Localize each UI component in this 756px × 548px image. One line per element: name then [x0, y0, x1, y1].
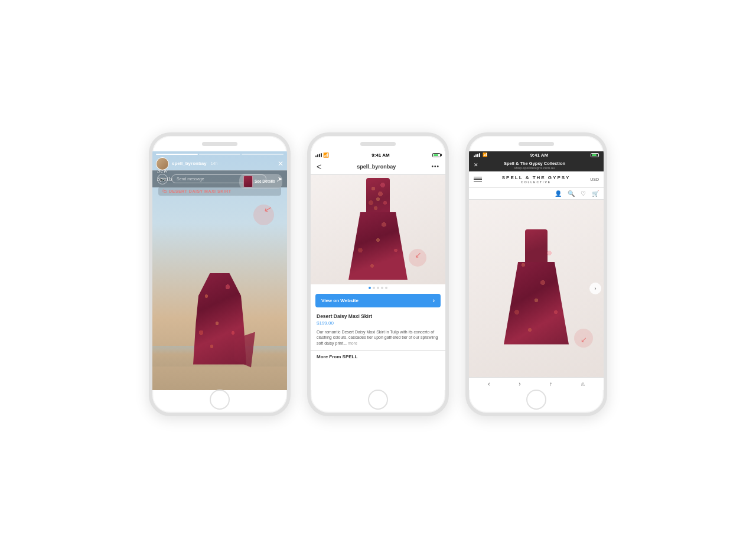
story-user-row: spell_byronbay 14h ✕	[152, 157, 287, 170]
product-description: Our romantic Desert Daisy Maxi Skirt in …	[317, 329, 439, 346]
signal-bar-2	[317, 154, 318, 157]
ig-username: spell_byronbay	[357, 164, 396, 170]
floral-body-2	[366, 178, 390, 213]
ig-screen: 📶 9:41 AM < spell_byronbay •••	[311, 151, 445, 390]
dress-body-top-3	[525, 229, 548, 262]
story-person-figure	[193, 273, 246, 368]
hamburger-menu-icon[interactable]	[474, 177, 482, 182]
battery-area-3	[591, 153, 599, 157]
signal-area: 📶	[315, 153, 329, 158]
dot-4	[381, 287, 383, 289]
signal-bars-3	[474, 153, 480, 157]
signal-bar-3-1	[474, 155, 475, 157]
status-time-2: 9:41 AM	[372, 153, 389, 158]
chevron-right-web: ›	[595, 286, 597, 291]
phone-2-inner: 📶 9:41 AM < spell_byronbay •••	[311, 151, 445, 390]
user-icon[interactable]: 👤	[555, 190, 562, 197]
wifi-icon-3: 📶	[483, 153, 488, 157]
cart-icon[interactable]: 🛒	[592, 190, 599, 197]
wishlist-icon[interactable]: ♡	[581, 190, 586, 197]
web-site-header: SPELL & THE GYPSY COLLECTIVE USD	[469, 171, 604, 188]
logo-main: SPELL & THE GYPSY	[502, 175, 571, 180]
chevron-right-icon: ›	[433, 297, 435, 304]
desc-text: Our romantic Desert Daisy Maxi Skirt in …	[317, 330, 438, 346]
phone-3-inner: 📶 9:41 AM ✕ Spell & The Gypsy Collection…	[469, 151, 604, 390]
currency-selector[interactable]: USD	[590, 177, 599, 181]
bookmark-icon[interactable]: ⎌	[581, 381, 585, 387]
battery-fill-2	[434, 154, 438, 156]
see-details-label: See Details	[255, 179, 275, 183]
view-website-button[interactable]: View on Website ›	[315, 294, 441, 307]
progress-bar-1	[156, 154, 198, 155]
dot-5	[385, 287, 387, 289]
back-nav-icon[interactable]: ‹	[488, 381, 490, 387]
site-url: shop.spelldesigns.com.au	[504, 166, 565, 170]
signal-bar-1	[315, 155, 317, 157]
more-button[interactable]: •••	[431, 163, 439, 170]
product-tag[interactable]: 🛍 DESERT DAISY MAXI SKIRT	[158, 187, 281, 196]
progress-bar-3	[242, 154, 284, 155]
signal-bar-4	[321, 153, 322, 157]
web-browser-bar: ✕ Spell & The Gypsy Collection shop.spel…	[469, 159, 604, 171]
battery-icon-3	[591, 153, 599, 157]
signal-bar-3-2	[475, 154, 477, 157]
story-username[interactable]: spell_byronbay	[172, 161, 207, 166]
dress-skirt-3	[504, 262, 569, 345]
share-icon[interactable]: ↑	[549, 381, 552, 387]
dot-1	[369, 287, 371, 289]
story-avatar	[156, 157, 169, 170]
post-pagination-dots	[311, 284, 445, 291]
image-next-button[interactable]: ›	[589, 283, 601, 294]
logo-sub: COLLECTIVE	[502, 180, 571, 184]
dress-figure-2	[348, 178, 408, 281]
more-from-label[interactable]: More From SPELL	[311, 350, 445, 363]
phone-2-instagram-post: 📶 9:41 AM < spell_byronbay •••	[307, 132, 449, 416]
story-time: 14h	[211, 161, 218, 166]
spell-logo: SPELL & THE GYPSY COLLECTIVE	[502, 175, 571, 184]
search-icon[interactable]: 🔍	[568, 190, 575, 197]
web-title-block: Spell & The Gypsy Collection shop.spelld…	[504, 161, 565, 170]
ig-nav-bar: < spell_byronbay •••	[311, 159, 445, 175]
web-screen: 📶 9:41 AM ✕ Spell & The Gypsy Collection…	[469, 151, 604, 390]
progress-bar-2	[199, 154, 241, 155]
tag-icon: 🛍	[162, 189, 167, 194]
dress-skirt-2	[348, 212, 408, 280]
phone-1-bottom	[152, 390, 287, 413]
wifi-icon: 📶	[323, 153, 329, 158]
battery-area-2	[432, 153, 441, 157]
message-placeholder: Send message	[177, 177, 204, 181]
product-price: $199.00	[317, 320, 439, 326]
phone-3-website: 📶 9:41 AM ✕ Spell & The Gypsy Collection…	[465, 132, 607, 416]
dot-2	[373, 287, 375, 289]
hamburger-line-1	[474, 177, 482, 178]
desc-more[interactable]: more	[348, 341, 357, 345]
web-close-button[interactable]: ✕	[474, 162, 478, 168]
dress-figure-3	[504, 229, 569, 348]
status-bar-2: 📶 9:41 AM	[311, 151, 445, 159]
product-thumbnail	[243, 176, 253, 187]
phone-1-instagram-story: spell_byronbay 14h ✕ Sew Spells See Deta…	[149, 132, 291, 416]
story-screen: spell_byronbay 14h ✕ Sew Spells See Deta…	[152, 151, 287, 390]
signal-bar-3	[319, 154, 320, 157]
web-icon-row: 👤 🔍 ♡ 🛒	[469, 188, 604, 200]
status-bar-3: 📶 9:41 AM	[469, 151, 604, 159]
product-name: Desert Daisy Maxi Skirt	[317, 313, 439, 319]
dress-body-top-2	[366, 178, 390, 213]
signal-bar-3-4	[479, 153, 480, 157]
close-icon[interactable]: ✕	[278, 160, 284, 168]
signal-bar-3-3	[477, 154, 478, 157]
hamburger-line-2	[474, 179, 482, 180]
web-bottom-bar: ‹ › ↑ ⎌	[469, 377, 604, 390]
post-image-area: ↙	[311, 175, 445, 284]
signal-area-3: 📶	[474, 153, 488, 157]
back-button[interactable]: <	[317, 162, 321, 171]
forward-nav-icon[interactable]: ›	[519, 381, 520, 387]
annotation-arrow-2: ↙	[415, 250, 422, 260]
script-line-2: Spells	[157, 174, 172, 183]
battery-fill-3	[592, 154, 597, 156]
product-info-area: Desert Daisy Maxi Skirt $199.00 Our roma…	[311, 310, 445, 350]
phone-1-inner: spell_byronbay 14h ✕ Sew Spells See Deta…	[152, 151, 287, 390]
phone-2-bottom	[311, 390, 445, 413]
site-title: Spell & The Gypsy Collection	[504, 161, 565, 166]
story-progress-bars	[156, 154, 284, 155]
